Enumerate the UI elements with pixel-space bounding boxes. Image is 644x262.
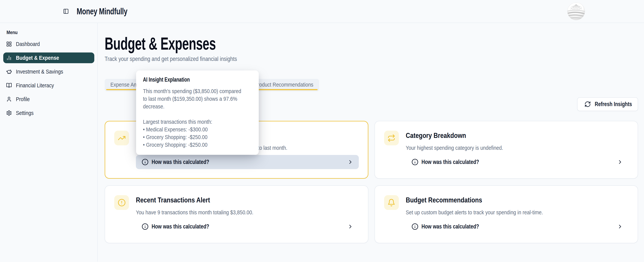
card-title: Budget Recommendations xyxy=(406,196,629,204)
card-content: Budget Recommendations Set up custom bud… xyxy=(406,195,629,243)
panel-left-icon xyxy=(63,8,69,14)
popover-line: • Grocery Shopping: -$250.00 xyxy=(143,133,252,141)
page-title: Budget & Expenses xyxy=(105,35,638,52)
sidebar-item-label: Dashboard xyxy=(16,41,40,47)
card-recent-transactions: Recent Transactions Alert You have 9 tra… xyxy=(105,185,368,243)
alert-circle-icon xyxy=(114,195,129,210)
popover-body: This month's spending ($3,850.00) compar… xyxy=(143,87,252,149)
trending-up-icon xyxy=(114,131,129,145)
refresh-icon xyxy=(584,101,591,107)
topbar: Money Mindfully xyxy=(0,0,644,23)
sidebar-nav: Dashboard Budget & Expense Investment & … xyxy=(3,39,94,118)
popover-title: AI Insight Explanation xyxy=(143,76,252,83)
how-calculated-label: How was this calculated? xyxy=(152,223,224,230)
info-icon xyxy=(412,223,418,230)
card-body: You have 9 transactions this month total… xyxy=(136,209,359,216)
sidebar-item-label: Profile xyxy=(16,96,30,102)
page-subtitle: Track your spending and get personalized… xyxy=(105,55,638,63)
popover-line: decrease. xyxy=(143,103,252,110)
app-title: Money Mindfully xyxy=(77,6,144,16)
repeat-icon xyxy=(384,131,399,145)
sidebar-item-label: Budget & Expense xyxy=(16,55,59,61)
sidebar: Menu Dashboard Budget & Expense Investme… xyxy=(0,23,98,262)
popover-line: • Grocery Shopping: -$250.00 xyxy=(143,141,252,149)
sidebar-item-label: Financial Literacy xyxy=(16,82,54,89)
sidebar-item-label: Settings xyxy=(16,110,34,116)
chevron-right-icon xyxy=(347,224,354,230)
how-calculated-label: How was this calculated? xyxy=(422,159,494,166)
sidebar-item-settings[interactable]: Settings xyxy=(3,108,94,118)
card-budget-recommendations: Budget Recommendations Set up custom bud… xyxy=(374,185,638,243)
info-icon xyxy=(412,159,418,166)
avatar[interactable] xyxy=(567,2,585,20)
how-calculated-label: How was this calculated? xyxy=(422,223,494,230)
popover-line: This month's spending ($3,850.00) compar… xyxy=(143,87,252,95)
popover-paragraph-gap xyxy=(143,110,252,118)
info-icon xyxy=(142,223,148,230)
ai-insight-popover: AI Insight Explanation This month's spen… xyxy=(136,70,259,155)
bar-chart-icon xyxy=(6,55,12,61)
how-calculated-button[interactable]: How was this calculated? xyxy=(136,155,359,169)
sidebar-item-financial-literacy[interactable]: Financial Literacy xyxy=(3,80,94,91)
popover-line: to last month ($159,350.00) shows a 97.6… xyxy=(143,95,252,103)
sidebar-toggle-button[interactable] xyxy=(62,7,70,15)
popover-line: Largest transactions this month: xyxy=(143,118,252,126)
refresh-insights-label: Refresh Insights xyxy=(595,101,641,108)
how-calculated-button[interactable]: How was this calculated? xyxy=(136,220,359,234)
sidebar-item-profile[interactable]: Profile xyxy=(3,94,94,105)
user-icon xyxy=(6,96,12,102)
info-icon xyxy=(142,159,148,166)
how-calculated-button[interactable]: How was this calculated? xyxy=(406,155,629,169)
chevron-right-icon xyxy=(617,224,623,230)
popover-line: • Medical Expenses: -$300.00 xyxy=(143,126,252,133)
chevron-right-icon xyxy=(617,159,623,165)
card-title: Recent Transactions Alert xyxy=(136,196,359,204)
how-calculated-label: How was this calculated? xyxy=(152,159,224,166)
card-body: Set up custom budget alerts to track you… xyxy=(406,209,629,216)
sidebar-item-budget-expense[interactable]: Budget & Expense xyxy=(3,52,94,63)
sidebar-item-label: Investment & Savings xyxy=(16,68,63,75)
how-calculated-button[interactable]: How was this calculated? xyxy=(406,220,629,234)
menu-label: Menu xyxy=(6,29,94,35)
sidebar-item-investment-savings[interactable]: Investment & Savings xyxy=(3,66,94,77)
refresh-insights-button[interactable]: Refresh Insights xyxy=(577,97,638,111)
card-title: Category Breakdown xyxy=(406,131,629,140)
layout-grid-icon xyxy=(6,41,12,47)
card-category-breakdown: Category Breakdown Your highest spending… xyxy=(374,121,638,179)
card-content: Recent Transactions Alert You have 9 tra… xyxy=(136,195,359,243)
book-open-icon xyxy=(6,82,12,88)
card-content: Category Breakdown Your highest spending… xyxy=(406,131,629,178)
piggy-bank-icon xyxy=(6,69,12,74)
gear-icon xyxy=(6,110,12,116)
chevron-right-icon xyxy=(347,159,354,165)
bell-icon xyxy=(384,195,399,210)
sidebar-item-dashboard[interactable]: Dashboard xyxy=(3,39,94,49)
card-body: Your highest spending category is undefi… xyxy=(406,144,629,152)
